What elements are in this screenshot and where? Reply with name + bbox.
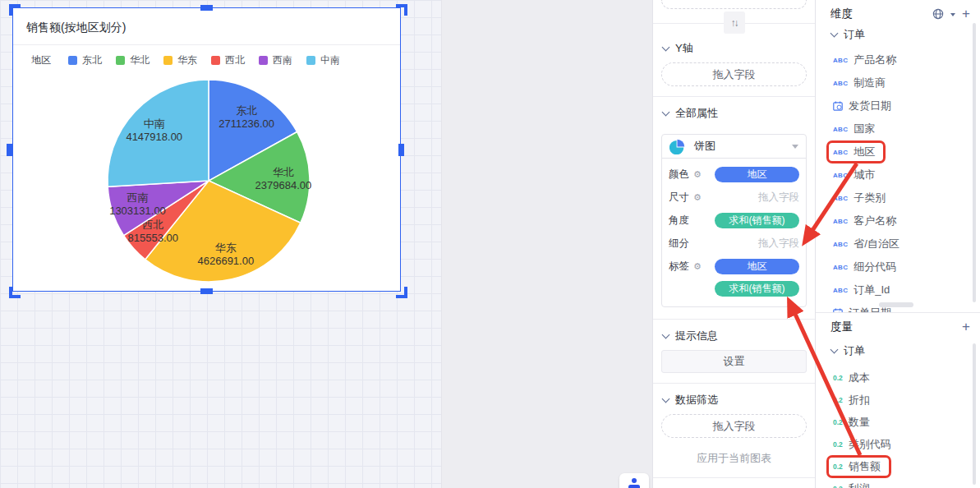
dimension-field-制造商[interactable]: ABC制造商: [816, 71, 980, 94]
panel-gutter: [441, 0, 652, 488]
selection-handle-bottom[interactable]: [200, 288, 213, 294]
text-field-icon: ABC: [833, 264, 848, 271]
filter-section-header[interactable]: 数据筛选: [653, 384, 815, 414]
legend-item[interactable]: 东北: [68, 53, 102, 67]
field-label: 数量: [849, 415, 870, 430]
chevron-down-icon: [662, 394, 670, 403]
tooltip-settings-button[interactable]: 设置: [661, 350, 807, 373]
dashboard-canvas[interactable]: 销售额(按地区划分) 地区 东北华北华东西北西南中南 东北2711236.00华…: [0, 0, 441, 488]
selection-handle-right[interactable]: [398, 144, 404, 156]
dimension-field-国家[interactable]: ABC国家: [816, 117, 980, 140]
gear-icon[interactable]: ⚙: [693, 167, 702, 182]
selection-handle-top-left[interactable]: [9, 4, 21, 16]
fields-panel: 维度 + 订单 ABC产品名称ABC制造商发货日期ABC国家ABC地区ABC城市…: [816, 0, 980, 488]
selection-handle-top-right[interactable]: [396, 4, 407, 16]
tooltip-section-header[interactable]: 提示信息: [653, 320, 815, 350]
gear-icon[interactable]: ⚙: [693, 190, 702, 205]
field-pill[interactable]: 求和(销售额): [715, 281, 799, 297]
field-label: 细分代码: [853, 260, 896, 274]
pie-slice-华北[interactable]: [209, 132, 310, 223]
dimension-field-省/自治区[interactable]: ABC省/自治区: [816, 232, 980, 256]
legend-label: 华东: [177, 53, 197, 67]
add-measure-button[interactable]: +: [962, 321, 970, 333]
measures-scrollbar[interactable]: [973, 343, 976, 485]
dimension-field-地区[interactable]: ABC地区: [816, 140, 980, 163]
property-dropzone[interactable]: 拖入字段: [715, 236, 799, 251]
y-axis-dropzone[interactable]: 拖入字段: [661, 62, 807, 86]
pie-label: 西北815553.00: [128, 219, 178, 244]
number-field-icon: 0.2: [833, 463, 843, 471]
legend-swatch: [68, 56, 77, 65]
pie-slice-西北[interactable]: [124, 181, 209, 260]
text-field-icon: ABC: [833, 241, 848, 248]
number-field-icon: 0.2: [833, 440, 843, 449]
dimensions-title: 维度: [830, 7, 853, 21]
property-label: 角度: [669, 213, 689, 228]
dimension-field-城市[interactable]: ABC城市: [816, 163, 980, 186]
pie-label: 东北2711236.00: [219, 104, 274, 130]
properties-box: 饼图 颜色⚙地区尺寸⚙拖入字段角度求和(销售额)细分拖入字段标签⚙地区求和(销售…: [661, 134, 807, 307]
gear-icon[interactable]: ⚙: [693, 259, 702, 274]
filter-dropzone[interactable]: 拖入字段: [661, 414, 807, 438]
field-pill[interactable]: 地区: [715, 259, 799, 274]
text-field-icon: ABC: [833, 195, 848, 202]
all-properties-section-header[interactable]: 全部属性: [653, 97, 815, 127]
dimensions-scrollbar[interactable]: [973, 23, 976, 302]
measures-group-orders[interactable]: 订单: [816, 340, 980, 361]
field-pill[interactable]: 求和(销售额): [715, 213, 799, 228]
dimension-field-订单_Id[interactable]: ABC订单_Id: [816, 279, 980, 302]
measure-field-类别代码[interactable]: 0.2类别代码: [816, 433, 980, 455]
property-dropzone[interactable]: 拖入字段: [715, 190, 799, 205]
chart-type-value: 饼图: [694, 139, 715, 154]
legend-item[interactable]: 西南: [259, 53, 292, 67]
add-dimension-button[interactable]: +: [962, 8, 970, 20]
legend-item[interactable]: 中南: [306, 53, 340, 67]
number-field-icon: 0.2: [833, 485, 843, 488]
dimensions-group-orders[interactable]: 订单: [816, 24, 980, 45]
property-label: 颜色: [669, 167, 689, 182]
dimension-field-细分代码[interactable]: ABC细分代码: [816, 256, 980, 279]
selection-handle-bottom-right[interactable]: [396, 287, 407, 298]
legend-label: 西北: [225, 53, 245, 67]
pie-slice-华东[interactable]: [145, 181, 301, 282]
legend-item[interactable]: 华东: [163, 53, 197, 67]
selection-handle-bottom-left[interactable]: [9, 287, 21, 298]
pie-slice-中南[interactable]: [108, 80, 209, 186]
legend-item[interactable]: 华北: [116, 53, 150, 67]
swap-axes-icon[interactable]: ↑↓: [724, 12, 745, 34]
floating-user-button[interactable]: [619, 473, 649, 488]
measure-field-销售额[interactable]: 0.2销售额: [816, 455, 980, 477]
pie-slice-东北[interactable]: [209, 80, 297, 181]
measure-field-折扣[interactable]: 0.2折扣: [816, 389, 980, 411]
legend-label: 华北: [130, 53, 150, 67]
measure-field-利润[interactable]: 0.2利润: [816, 477, 980, 488]
globe-icon[interactable]: [932, 8, 944, 20]
filter-note: 应用于当前图表: [653, 451, 815, 466]
measure-field-成本[interactable]: 0.2成本: [816, 366, 980, 389]
field-label: 国家: [853, 122, 875, 136]
legend-item[interactable]: 西北: [211, 53, 245, 67]
field-pill[interactable]: 地区: [715, 167, 799, 182]
y-axis-section-header[interactable]: Y轴: [653, 32, 815, 62]
chart-type-select[interactable]: 饼图: [662, 135, 806, 159]
field-label: 地区: [853, 145, 875, 159]
legend-label: 中南: [320, 53, 340, 67]
dimensions-h-scrollbar[interactable]: [879, 302, 913, 307]
field-label: 成本: [849, 371, 870, 385]
chart-widget[interactable]: 销售额(按地区划分) 地区 东北华北华东西北西南中南 东北2711236.00华…: [12, 7, 401, 292]
pie-label: 华北2379684.00: [255, 166, 312, 191]
legend-title: 地区: [31, 53, 51, 67]
pie-slice-西南[interactable]: [108, 181, 209, 236]
dimension-field-发货日期[interactable]: 发货日期: [816, 94, 980, 117]
dimension-field-产品名称[interactable]: ABC产品名称: [816, 48, 980, 71]
measure-field-数量[interactable]: 0.2数量: [816, 411, 980, 433]
dimension-field-子类别[interactable]: ABC子类别: [816, 186, 980, 209]
field-label: 子类别: [853, 191, 886, 205]
x-axis-dropzone-partial[interactable]: [661, 0, 807, 9]
property-label: 尺寸: [669, 190, 689, 205]
selection-handle-top[interactable]: [200, 5, 213, 11]
dimension-field-客户名称[interactable]: ABC客户名称: [816, 209, 980, 232]
caret-down-icon[interactable]: [950, 13, 955, 19]
property-row-标签: 标签⚙地区求和(销售额): [669, 259, 799, 297]
selection-handle-left[interactable]: [7, 144, 12, 156]
